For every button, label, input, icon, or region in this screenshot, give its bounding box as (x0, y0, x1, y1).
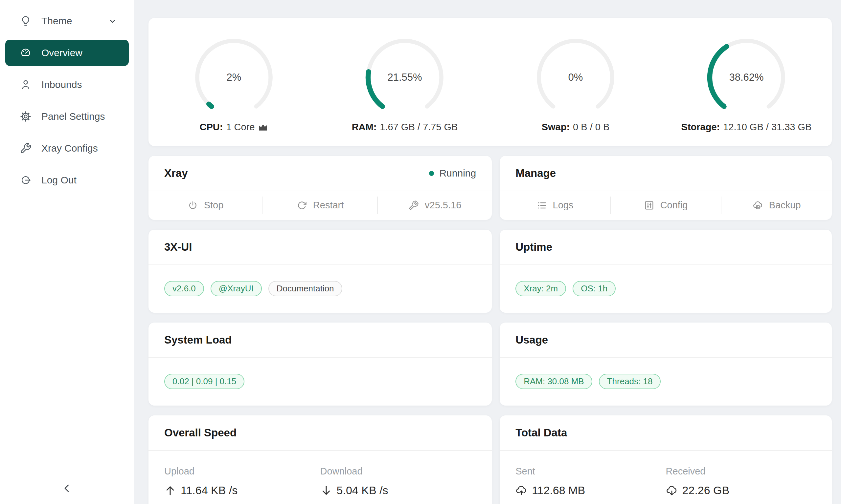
gauge-percent: 0% (534, 36, 617, 119)
sidebar-item-overview[interactable]: Overview (5, 40, 129, 66)
chart-area-icon[interactable] (258, 122, 268, 132)
bulb-icon (20, 15, 32, 27)
sidebar-item-label: Panel Settings (41, 111, 105, 122)
xray-uptime-badge: Xray: 2m (515, 281, 566, 296)
sent-data-stat: Sent 112.68 MB (515, 466, 666, 497)
dashboard-icon (20, 47, 32, 59)
sidebar-item-theme[interactable]: Theme (5, 8, 129, 34)
chevron-down-icon (108, 17, 117, 25)
system-load-card-title: System Load (164, 334, 231, 346)
sidebar-item-xray-configs[interactable]: Xray Configs (5, 135, 129, 161)
version-tag[interactable]: v2.6.0 (164, 281, 204, 296)
gear-icon (20, 111, 32, 122)
uptime-card-title: Uptime (515, 241, 552, 253)
sidebar-item-label: Xray Configs (41, 143, 98, 154)
sidebar-item-label: Theme (41, 15, 72, 26)
load-average-badge: 0.02 | 0.09 | 0.15 (164, 374, 244, 389)
main-content: 2% CPU: 1 Core 21.55% (134, 0, 841, 504)
sidebar-item-label: Overview (41, 47, 83, 58)
xray-status-badge: Running (429, 168, 476, 179)
sidebar-menu: Theme Overview Inbounds (0, 0, 134, 193)
xray-restart-button[interactable]: Restart (263, 191, 377, 219)
sidebar-item-log-out[interactable]: Log Out (5, 167, 129, 193)
gauge-ram: 21.55% RAM: 1.67 GB / 7.75 GB (319, 36, 490, 132)
sidebar: Theme Overview Inbounds (0, 0, 134, 504)
cloud-server-icon (753, 200, 763, 211)
uptime-card: Uptime Xray: 2m OS: 1h (500, 230, 832, 313)
gauge-percent: 21.55% (364, 36, 446, 119)
app-root: Theme Overview Inbounds (0, 0, 841, 504)
telegram-tag[interactable]: @XrayUI (210, 281, 262, 296)
user-icon (20, 79, 32, 91)
status-dot (429, 171, 434, 176)
gauge-percent: 38.62% (705, 36, 787, 119)
manage-card-title: Manage (515, 167, 556, 179)
manage-card: Manage Logs Config (500, 156, 832, 220)
total-data-card-title: Total Data (515, 427, 567, 439)
xui-card-title: 3X-UI (164, 241, 192, 253)
gauge-percent: 2% (193, 36, 275, 119)
wrench-icon (20, 142, 32, 154)
gauge-swap: 0% Swap: 0 B / 0 B (490, 36, 661, 132)
overall-speed-card: Overall Speed Upload 11.64 KB /s Downl (149, 415, 492, 504)
gauge-storage: 38.62% Storage: 12.10 GB / 31.33 GB (661, 36, 832, 132)
gauge-label: Storage: 12.10 GB / 31.33 GB (681, 122, 812, 132)
xray-stop-button[interactable]: Stop (149, 191, 262, 219)
config-button[interactable]: Config (611, 191, 721, 219)
power-icon (188, 200, 198, 211)
xray-card: Xray Running Stop (149, 156, 492, 220)
xray-version-button[interactable]: v25.5.16 (378, 191, 492, 219)
cloud-download-icon (666, 485, 678, 497)
xray-card-title: Xray (164, 167, 188, 179)
system-load-card: System Load 0.02 | 0.09 | 0.15 (149, 323, 492, 406)
sidebar-collapse-button[interactable] (0, 482, 134, 496)
download-speed-stat: Download 5.04 KB /s (320, 466, 476, 497)
upload-speed-stat: Upload 11.64 KB /s (164, 466, 320, 497)
sliders-icon (644, 200, 654, 211)
backup-button[interactable]: Backup (721, 191, 832, 219)
sidebar-item-inbounds[interactable]: Inbounds (5, 72, 129, 98)
list-icon (536, 200, 547, 211)
sidebar-item-label: Log Out (41, 175, 76, 186)
sidebar-item-panel-settings[interactable]: Panel Settings (5, 103, 129, 130)
arrow-up-icon (164, 485, 176, 497)
documentation-tag[interactable]: Documentation (269, 281, 342, 296)
usage-card: Usage RAM: 30.08 MB Threads: 18 (500, 323, 832, 406)
usage-card-title: Usage (515, 334, 548, 346)
os-uptime-badge: OS: 1h (572, 281, 616, 296)
system-gauges-card: 2% CPU: 1 Core 21.55% (149, 18, 832, 146)
cloud-upload-icon (515, 485, 527, 497)
total-data-card: Total Data Sent 112.68 MB Received (500, 415, 832, 504)
xui-card: 3X-UI v2.6.0 @XrayUI Documentation (149, 230, 492, 313)
chevron-left-icon (61, 482, 73, 496)
sidebar-item-label: Inbounds (41, 79, 82, 90)
overall-speed-card-title: Overall Speed (164, 427, 237, 439)
gauge-label: CPU: 1 Core (200, 122, 269, 132)
gauge-cpu: 2% CPU: 1 Core (149, 36, 319, 132)
threads-badge: Threads: 18 (599, 374, 661, 389)
arrow-down-icon (320, 485, 332, 497)
gauge-label: RAM: 1.67 GB / 7.75 GB (352, 122, 458, 132)
logs-button[interactable]: Logs (500, 191, 610, 219)
gauge-label: Swap: 0 B / 0 B (542, 122, 610, 132)
received-data-stat: Received 22.26 GB (666, 466, 816, 497)
restart-icon (297, 200, 307, 211)
ram-usage-badge: RAM: 30.08 MB (515, 374, 592, 389)
logout-icon (20, 174, 32, 186)
wrench-icon (408, 200, 419, 211)
